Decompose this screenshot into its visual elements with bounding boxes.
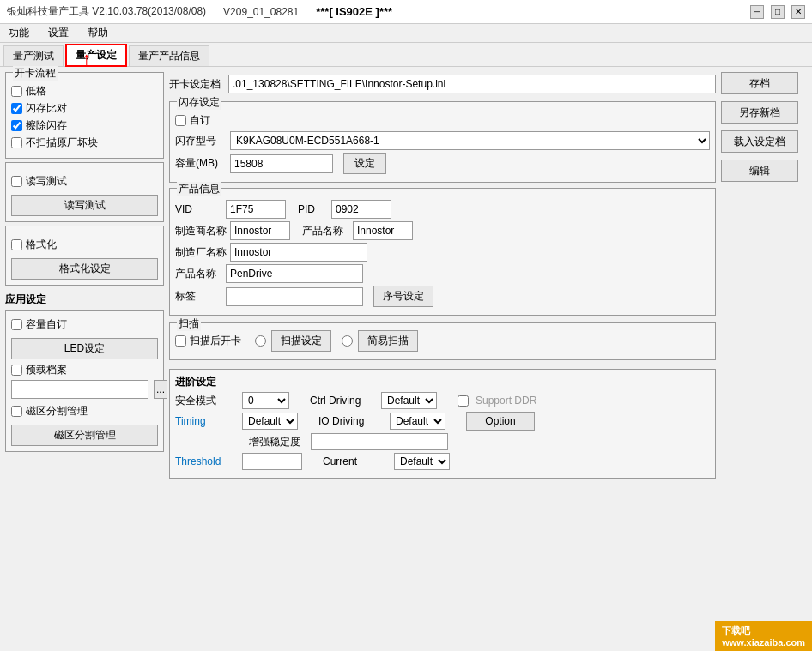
mfr-factory-input[interactable] [230, 243, 367, 262]
advanced-section: 进阶设定 安全模式 012 Ctrl Driving Default Suppo… [169, 369, 716, 479]
app-settings-title: 应用设定 [5, 292, 164, 307]
preload-label: 预载档案 [26, 363, 67, 377]
save-as-btn[interactable]: 另存新档 [721, 101, 798, 124]
support-ddr-check[interactable] [458, 395, 469, 407]
easy-scan-btn[interactable]: 简易扫描 [358, 330, 418, 352]
current-select[interactable]: Default [394, 453, 450, 470]
preload-browse-btn[interactable]: ... [154, 380, 167, 399]
capacity-custom-check[interactable] [11, 319, 22, 330]
menu-help[interactable]: 帮助 [82, 24, 113, 42]
safe-mode-select[interactable]: 012 [242, 392, 289, 409]
close-button[interactable]: ✕ [791, 5, 805, 19]
app-version: V209_01_08281 [223, 6, 299, 18]
mfr-name-label: 制造商名称 [175, 224, 227, 238]
flash-capacity-label: 容量(MB) [175, 156, 227, 171]
vid-label: VID [175, 203, 222, 215]
maximize-button[interactable]: □ [771, 5, 785, 19]
low-format-check[interactable] [11, 86, 22, 97]
erase-flash-check[interactable] [11, 120, 22, 131]
minimize-button[interactable]: ─ [750, 5, 764, 19]
product-info-title: 产品信息 [177, 182, 221, 196]
scan-radio-1[interactable] [255, 335, 266, 347]
tab-product-info[interactable]: 量产产品信息 [129, 45, 209, 66]
readwrite-check[interactable] [11, 176, 22, 187]
app-settings-group: 容量自订 LED设定 预载档案 ... 磁区分割管理 磁区分割管理 [5, 310, 164, 452]
setting-file-input[interactable] [228, 75, 716, 93]
flash-type-select[interactable]: K9KAG08U0M-ECD551A668-1 [230, 131, 710, 150]
timing-select[interactable]: Default [242, 413, 298, 430]
scan-group-title: 扫描 [177, 316, 201, 331]
pid-input[interactable] [331, 200, 391, 219]
scan-radio-2[interactable] [342, 335, 353, 347]
tab-mass-test[interactable]: 量产测试 [3, 45, 64, 66]
no-scan-bad-check[interactable] [11, 137, 22, 148]
mfr-factory-label: 制造厂名称 [175, 245, 227, 260]
erase-flash-row: 擦除闪存 [11, 118, 158, 133]
readwrite-btn[interactable]: 读写测试 [11, 195, 158, 216]
no-scan-bad-row: 不扫描原厂坏块 [11, 136, 158, 150]
tab-mass-settings[interactable]: 量产设定 [65, 44, 127, 67]
vid-input[interactable] [226, 200, 286, 219]
flash-group-title: 闪存设定 [177, 95, 221, 110]
format-check[interactable] [11, 239, 22, 250]
stability-label: 增强稳定度 [249, 435, 300, 449]
low-format-label: 低格 [26, 84, 46, 99]
tab-bar: 量产测试 量产设定 量产产品信息 [0, 43, 812, 67]
pid-label: PID [298, 203, 328, 215]
partition-btn[interactable]: 磁区分割管理 [11, 425, 158, 446]
scan-after-label: 扫描后开卡 [190, 334, 241, 348]
mfr-name-input[interactable] [230, 221, 290, 240]
current-label: Current [323, 455, 387, 467]
product-info-group: 产品信息 VID PID 制造商名称 产品名称 制造厂名称 产品名称 [169, 188, 716, 316]
format-btn[interactable]: 格式化设定 [11, 258, 158, 280]
readwrite-group: 读写测试 读写测试 [5, 162, 164, 222]
ctrl-driving-label: Ctrl Driving [310, 395, 374, 407]
flash-custom-label: 自订 [190, 113, 210, 128]
threshold-input[interactable] [242, 453, 302, 470]
flash-custom-check[interactable] [175, 115, 186, 126]
title-bar: 银灿科技量产工具 V2.10.03.78(2013/08/08) V209_01… [0, 0, 812, 24]
product-name-input[interactable] [353, 221, 413, 240]
main-content: 开卡流程 低格 闪存比对 擦除闪存 不扫描原厂坏块 读写测试 [0, 67, 812, 651]
flash-set-btn[interactable]: 设定 [343, 153, 386, 174]
preload-check[interactable] [11, 365, 22, 376]
flash-capacity-input[interactable] [230, 154, 333, 173]
flash-compare-label: 闪存比对 [26, 101, 67, 116]
stability-input[interactable] [311, 433, 448, 450]
menu-bar: 功能 设置 帮助 [0, 24, 812, 43]
menu-function[interactable]: 功能 [3, 24, 34, 42]
ctrl-driving-select[interactable]: Default [381, 392, 437, 409]
erase-flash-label: 擦除闪存 [26, 118, 67, 133]
menu-settings[interactable]: 设置 [43, 24, 74, 42]
no-scan-bad-label: 不扫描原厂坏块 [26, 136, 98, 150]
io-driving-select[interactable]: Default [390, 413, 445, 430]
watermark-line1: 下载吧 [722, 624, 805, 637]
scan-setting-btn[interactable]: 扫描设定 [271, 330, 331, 352]
io-driving-label: IO Driving [318, 415, 383, 427]
format-label: 格式化 [26, 238, 57, 252]
serial-btn[interactable]: 序号设定 [373, 286, 433, 307]
low-format-row: 低格 [11, 84, 158, 99]
setting-file-row: 开卡设定档 [169, 75, 716, 93]
partition-label: 磁区分割管理 [26, 404, 88, 419]
far-right-panel: 存档 另存新档 载入设定档 编辑 [721, 72, 807, 646]
setting-file-label: 开卡设定档 [169, 77, 225, 92]
process-group: 开卡流程 低格 闪存比对 擦除闪存 不扫描原厂坏块 [5, 72, 164, 159]
advanced-title: 进阶设定 [175, 375, 710, 389]
product-label2: 产品名称 [175, 267, 222, 281]
tag-input[interactable] [226, 287, 363, 306]
partition-check[interactable] [11, 406, 22, 417]
watermark: 下载吧 www.xiazaiba.com [715, 621, 812, 651]
flash-compare-check[interactable] [11, 103, 22, 114]
scan-after-check[interactable] [175, 335, 186, 347]
save-btn[interactable]: 存档 [721, 72, 798, 94]
option-btn[interactable]: Option [466, 412, 535, 431]
flash-group: 闪存设定 自订 闪存型号 K9KAG08U0M-ECD551A668-1 容量(… [169, 101, 716, 183]
safe-mode-label: 安全模式 [175, 394, 235, 408]
product-input2[interactable] [226, 264, 363, 283]
edit-btn[interactable]: 编辑 [721, 160, 798, 182]
preload-input[interactable] [11, 380, 148, 399]
led-btn[interactable]: LED设定 [11, 338, 158, 359]
load-btn[interactable]: 载入设定档 [721, 130, 798, 153]
support-ddr-label: Support DDR [476, 395, 536, 407]
